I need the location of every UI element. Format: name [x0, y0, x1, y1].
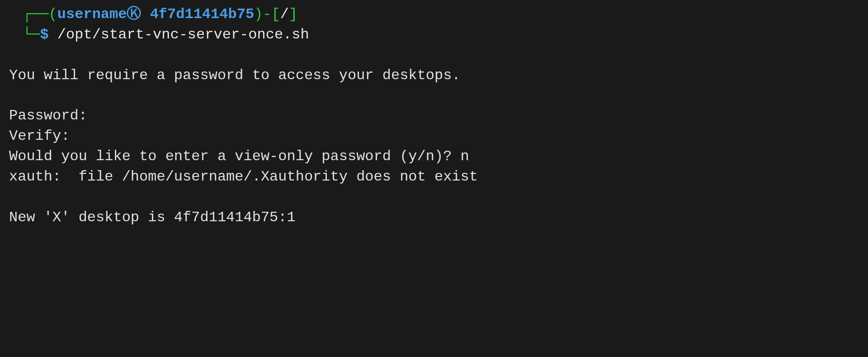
output-line: You will require a password to access yo…	[9, 66, 859, 86]
prompt-username: username	[57, 6, 127, 23]
prompt-dollar: $	[40, 26, 48, 43]
prompt-box-bottom: └─	[23, 26, 40, 43]
blank-line	[9, 187, 859, 208]
prompt-box-top: ┌──	[23, 6, 49, 23]
prompt-close-bracket: ]	[289, 6, 297, 23]
terminal-content[interactable]: ┌──(usernameⓀ 4f7d11414b75)-[/] └─$ /opt…	[9, 5, 859, 228]
output-line: Verify:	[9, 126, 859, 147]
blank-line	[9, 86, 859, 106]
prompt-hostname: 4f7d11414b75	[150, 6, 254, 23]
prompt-close-paren: )	[254, 6, 263, 23]
prompt-cwd: /	[280, 6, 289, 23]
output-line: xauth: file /home/username/.Xauthority d…	[9, 167, 859, 187]
prompt-open-paren: (	[49, 6, 57, 23]
terminal-output: You will require a password to access yo…	[9, 66, 859, 228]
prompt-line-2: └─$ /opt/start-vnc-server-once.sh	[9, 25, 859, 45]
k-circle-icon: Ⓚ	[127, 5, 141, 25]
output-line: Would you like to enter a view-only pass…	[9, 147, 859, 167]
command-text: /opt/start-vnc-server-once.sh	[57, 26, 309, 43]
output-line: Password:	[9, 106, 859, 126]
prompt-line-1: ┌──(usernameⓀ 4f7d11414b75)-[/]	[9, 5, 859, 25]
prompt-open-bracket: [	[271, 6, 280, 23]
output-line: New 'X' desktop is 4f7d11414b75:1	[9, 208, 859, 228]
prompt-dash: -	[263, 6, 271, 23]
